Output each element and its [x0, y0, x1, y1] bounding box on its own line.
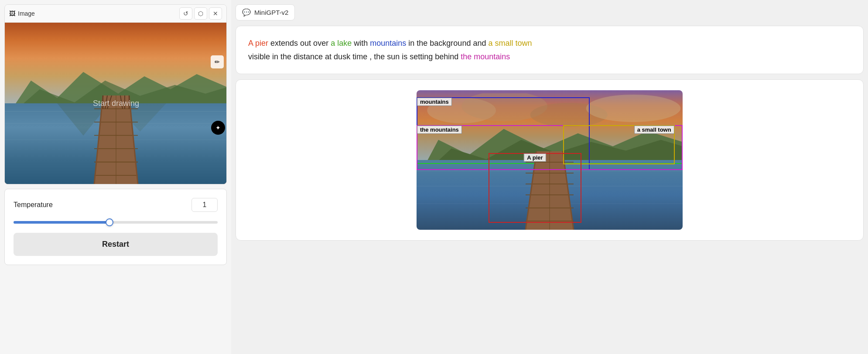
slider-fill: [14, 221, 112, 224]
image-window: 🖼 Image ↺ ⬡ ✕: [4, 4, 227, 184]
image-canvas-area[interactable]: Start drawing ✦ ✏: [5, 23, 227, 184]
annotated-image-container: mountains the mountains a small town A p…: [417, 90, 683, 230]
image-window-title: 🖼 Image: [9, 10, 35, 17]
brush-icon: ✏: [215, 58, 220, 65]
left-panel: 🖼 Image ↺ ⬡ ✕: [0, 0, 231, 354]
temperature-value: 1: [203, 201, 207, 208]
bbox-the-mountains-label: the mountains: [417, 126, 462, 134]
close-button[interactable]: ✕: [209, 7, 222, 20]
bbox-small-town-label: a small town: [634, 126, 674, 134]
draw-cursor: ✦: [211, 121, 225, 135]
annotated-image-card: mountains the mountains a small town A p…: [236, 79, 864, 241]
controls-area: Temperature 1 Restart: [4, 189, 227, 265]
slider-thumb[interactable]: [106, 218, 113, 226]
restart-button[interactable]: Restart: [14, 233, 218, 256]
brush-icon-button[interactable]: ✏: [211, 55, 224, 68]
titlebar-controls: ↺ ⬡ ✕: [179, 7, 222, 20]
temperature-slider[interactable]: [14, 218, 218, 227]
text-in-background: in the background and: [408, 39, 488, 48]
highlight-pier: A pier: [248, 39, 268, 48]
slider-track: [14, 221, 218, 224]
annotated-scene: mountains the mountains a small town A p…: [417, 90, 683, 230]
pier: [90, 95, 142, 184]
svg-point-27: [586, 95, 681, 122]
undo-button[interactable]: ↺: [179, 7, 192, 20]
highlight-mountains: mountains: [370, 39, 406, 48]
bbox-pier-label: A pier: [524, 153, 546, 162]
temperature-row: Temperature 1: [14, 198, 218, 212]
erase-button[interactable]: ⬡: [194, 7, 207, 20]
chat-title: MiniGPT-v2: [254, 9, 288, 16]
chat-icon: 💬: [242, 8, 251, 17]
image-icon: 🖼: [9, 10, 15, 17]
highlight-the-mountains: the mountains: [461, 52, 510, 61]
right-panel: 💬 MiniGPT-v2 A pier extends out over a l…: [231, 0, 868, 354]
erase-icon: ⬡: [198, 10, 203, 17]
highlight-small-town: a small town: [488, 39, 532, 48]
text-visible: visible in the distance at dusk time , t…: [248, 52, 461, 61]
temperature-label: Temperature: [14, 201, 53, 209]
bbox-pier: A pier: [489, 153, 582, 223]
description-card: A pier extends out over a lake with moun…: [236, 26, 864, 74]
image-window-titlebar: 🖼 Image ↺ ⬡ ✕: [5, 5, 226, 23]
temperature-value-box[interactable]: 1: [191, 198, 218, 212]
scene-background: Start drawing ✦ ✏: [5, 23, 227, 184]
text-with: with: [354, 39, 370, 48]
bbox-mountains-label: mountains: [417, 98, 452, 106]
undo-icon: ↺: [183, 10, 188, 17]
image-window-title-text: Image: [18, 10, 35, 17]
description-text: A pier extends out over a lake with moun…: [248, 37, 851, 63]
highlight-lake: a lake: [331, 39, 352, 48]
text-extends: extends out over: [270, 39, 331, 48]
chat-header: 💬 MiniGPT-v2: [236, 4, 295, 20]
close-icon: ✕: [213, 10, 218, 17]
